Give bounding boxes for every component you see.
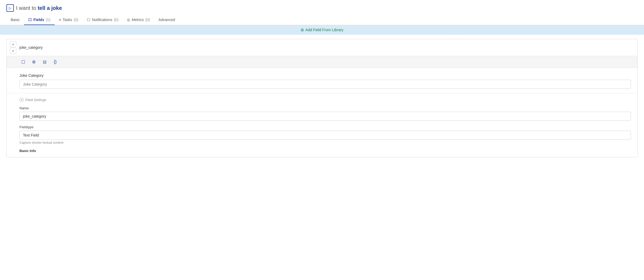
tabs-bar: Basic ☐ Fields (1) ≡ Tasks (0) ☐ Notific…: [0, 15, 644, 25]
field-settings-header[interactable]: ✕ Field Settings: [19, 98, 631, 102]
add-field-icon: ⊞: [301, 28, 304, 32]
tab-tasks[interactable]: ≡ Tasks (0): [55, 15, 83, 25]
name-field-input[interactable]: [19, 112, 631, 121]
arrow-down-button[interactable]: ∨: [10, 48, 16, 54]
field-preview: Joke Category: [7, 68, 637, 93]
field-preview-label: Joke Category: [19, 73, 631, 78]
field-container: ∧ ∨ joke_category ☐ ⚙ ⊟ {} Joke Category…: [6, 39, 638, 157]
field-header: ∧ ∨ joke_category: [7, 39, 637, 56]
name-field-group: Name: [19, 106, 631, 121]
tab-fields[interactable]: ☐ Fields (1): [24, 15, 55, 25]
field-name-text: joke_category: [19, 45, 634, 50]
fieldtype-description: Capture shorter textual content: [19, 141, 631, 145]
name-field-label: Name: [19, 106, 631, 110]
toolbar-display-icon[interactable]: ☐: [19, 58, 27, 66]
metrics-tab-icon: ◎: [127, 18, 130, 22]
settings-header-label: Field Settings: [25, 98, 46, 102]
field-preview-input[interactable]: [19, 80, 631, 89]
fieldtype-label: Fieldtype: [19, 125, 631, 129]
field-arrows: ∧ ∨: [10, 41, 16, 54]
tab-metrics[interactable]: ◎ Metrics (0): [123, 15, 154, 25]
page-title-prefix: I want to tell a joke: [16, 5, 62, 11]
settings-toggle-icon: ✕: [19, 98, 24, 102]
add-field-label: Add Field From Library: [305, 28, 343, 32]
field-toolbar: ☐ ⚙ ⊟ {}: [7, 56, 637, 68]
notifications-tab-icon: ☐: [87, 18, 90, 22]
page-header: ▷ I want to tell a joke: [0, 0, 644, 12]
fieldtype-input[interactable]: [19, 131, 631, 140]
toolbar-database-icon[interactable]: ⊟: [41, 58, 48, 66]
tasks-tab-icon: ≡: [59, 18, 61, 22]
terminal-icon: ▷: [6, 4, 14, 12]
tab-basic[interactable]: Basic: [6, 15, 24, 25]
tab-notifications[interactable]: ☐ Notifications (0): [83, 15, 123, 25]
page-title-bold: tell a joke: [38, 5, 62, 11]
fieldtype-group: Fieldtype Capture shorter textual conten…: [19, 125, 631, 145]
add-field-bar[interactable]: ⊞ Add Field From Library: [0, 25, 644, 35]
toolbar-code-icon[interactable]: {}: [51, 58, 59, 66]
field-settings: ✕ Field Settings Name Fieldtype Capture …: [7, 93, 637, 157]
arrow-up-button[interactable]: ∧: [10, 41, 16, 47]
tab-advanced[interactable]: Advanced: [154, 15, 179, 25]
basic-info-title: Basic Info: [19, 149, 631, 153]
toolbar-settings-icon[interactable]: ⚙: [30, 58, 38, 66]
fields-tab-icon: ☐: [28, 18, 32, 22]
